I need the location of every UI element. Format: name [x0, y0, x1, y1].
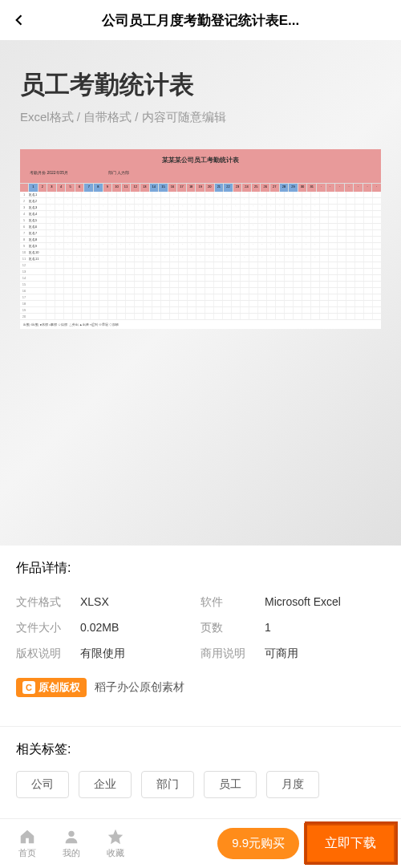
table-row: 20: [20, 314, 381, 320]
badge-label: 原创版权: [38, 680, 80, 695]
day-col: 3: [47, 184, 56, 192]
tag[interactable]: 企业: [79, 771, 132, 798]
day-col: 13: [140, 184, 149, 192]
day-col: 2: [38, 184, 47, 192]
day-col: 19: [195, 184, 205, 192]
day-col: 30: [298, 184, 307, 192]
day-col: 31: [306, 184, 316, 192]
excel-body: 1姓名1·······························2姓名2·…: [20, 192, 381, 320]
detail-label: 商用说明: [200, 647, 265, 661]
user-icon: [63, 828, 80, 846]
bottom-bar: 首页 我的 收藏 9.9元购买 立即下载: [0, 818, 401, 868]
day-col: 24: [241, 184, 251, 192]
badge-source-text: 稻子办公原创素材: [95, 680, 184, 695]
preview-subtitle: Excel格式 / 自带格式 / 内容可随意编辑: [20, 110, 381, 125]
detail-row: 商用说明可商用: [200, 641, 385, 667]
table-row: 13: [20, 269, 381, 275]
day-col: 21: [214, 184, 224, 192]
day-col: 18: [186, 184, 196, 192]
table-row: 6姓名6·······························: [20, 224, 381, 230]
tags-section: 相关标签: 公司企业部门员工月度: [0, 727, 401, 798]
detail-label: 页数: [200, 621, 265, 635]
detail-value: 0.02MB: [80, 621, 200, 635]
day-col: 8: [93, 184, 103, 192]
table-row: 5姓名5·······························: [20, 217, 381, 224]
star-icon: [107, 828, 124, 846]
day-col: 4: [56, 184, 66, 192]
preview-area: 员工考勤统计表 Excel格式 / 自带格式 / 内容可随意编辑 某某某公司员工…: [0, 40, 401, 546]
nav-label: 首页: [18, 847, 36, 859]
day-col: 1: [28, 184, 38, 192]
details-section: 作品详情: 文件格式XLSX软件Microsoft Excel文件大小0.02M…: [0, 546, 401, 712]
tag[interactable]: 员工: [204, 771, 257, 798]
home-icon: [18, 828, 36, 846]
table-row: 4姓名4·······························: [20, 211, 381, 217]
detail-label: 文件格式: [16, 595, 80, 610]
excel-meta: 部门 人力部: [108, 170, 129, 175]
detail-row: 页数1: [200, 615, 385, 641]
tag[interactable]: 部门: [141, 771, 194, 798]
app-header: 公司员工月度考勤登记统计表E...: [0, 0, 401, 40]
nav-label: 收藏: [107, 847, 124, 859]
table-row: 10姓名10·······························: [20, 249, 381, 256]
badge-c-icon: C: [22, 681, 35, 694]
detail-value: XLSX: [80, 595, 200, 610]
svg-point-0: [68, 831, 74, 837]
excel-preview-image: 某某某公司员工考勤统计表 考勤月份 2022年05月 部门 人力部 123456…: [20, 149, 381, 329]
excel-column-header: 1234567891011121314151617181920212223242…: [20, 183, 381, 192]
detail-row: 软件Microsoft Excel: [200, 590, 385, 615]
detail-label: 软件: [200, 595, 265, 610]
details-heading: 作品详情:: [16, 560, 385, 577]
nav-mine[interactable]: 我的: [49, 828, 93, 859]
tags-heading: 相关标签:: [16, 741, 385, 758]
buy-button[interactable]: 9.9元购买: [217, 828, 299, 859]
detail-row: 文件大小0.02MB: [16, 615, 200, 641]
back-icon[interactable]: [10, 10, 29, 30]
nav-home[interactable]: 首页: [5, 828, 49, 859]
excel-doc-title: 某某某公司员工考勤统计表: [26, 156, 375, 168]
day-col: 11: [121, 184, 131, 192]
day-col: 14: [149, 184, 159, 192]
excel-meta: 考勤月份 2022年05月: [30, 170, 68, 175]
detail-label: 文件大小: [16, 621, 80, 635]
excel-legend: 出勤 √出勤 ●休假 ○事假 ☆病假 △外出 ▲出差 ×迟到 ※早退 ◇加班: [20, 320, 381, 329]
preview-title: 员工考勤统计表: [20, 68, 381, 102]
detail-value: 可商用: [265, 647, 385, 661]
nav-label: 我的: [63, 847, 80, 859]
copyright-badge-row: C 原创版权 稻子办公原创素材: [16, 678, 385, 697]
detail-value: 有限使用: [80, 647, 200, 661]
table-row: 17: [20, 294, 381, 301]
day-col: 25: [251, 184, 261, 192]
day-col: 16: [168, 184, 177, 192]
detail-value: Microsoft Excel: [265, 595, 385, 610]
day-col: 10: [111, 184, 121, 192]
day-col: 12: [130, 184, 140, 192]
day-col: 27: [269, 184, 279, 192]
day-col: 20: [205, 184, 214, 192]
detail-label: 版权说明: [16, 647, 80, 661]
day-col: 17: [176, 184, 186, 192]
day-col: 9: [103, 184, 112, 192]
table-row: 11姓名11·······························: [20, 256, 381, 262]
page-title: 公司员工月度考勤登记统计表E...: [29, 11, 391, 30]
table-row: 1姓名1·······························: [20, 192, 381, 198]
day-col: 26: [260, 184, 269, 192]
download-button[interactable]: 立即下载: [304, 823, 396, 864]
tag[interactable]: 公司: [16, 771, 69, 798]
table-row: 12: [20, 262, 381, 269]
detail-row: 文件格式XLSX: [16, 590, 200, 615]
day-col: 29: [288, 184, 298, 192]
detail-row: 版权说明有限使用: [16, 641, 200, 667]
detail-value: 1: [265, 621, 385, 635]
table-row: 16: [20, 288, 381, 294]
table-row: 8姓名8·······························: [20, 237, 381, 243]
original-badge: C 原创版权: [16, 678, 87, 697]
table-row: 9姓名9·······························: [20, 243, 381, 249]
nav-favorite[interactable]: 收藏: [93, 828, 137, 859]
day-col: 7: [83, 184, 93, 192]
day-col: 22: [223, 184, 233, 192]
day-col: 23: [233, 184, 242, 192]
table-row: 14: [20, 275, 381, 282]
table-row: 15: [20, 282, 381, 288]
tag[interactable]: 月度: [266, 771, 319, 798]
